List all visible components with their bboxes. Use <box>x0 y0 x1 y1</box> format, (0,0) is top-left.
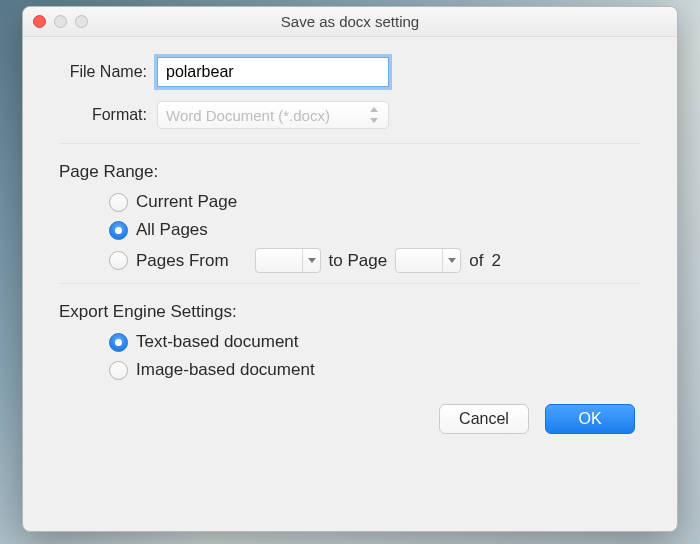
total-pages: 2 <box>491 251 500 271</box>
close-icon[interactable] <box>33 15 46 28</box>
cancel-button[interactable]: Cancel <box>439 404 529 434</box>
window-title: Save as docx setting <box>23 13 677 30</box>
radio-icon <box>109 333 128 352</box>
format-value: Word Document (*.docx) <box>166 107 330 124</box>
radio-current-page[interactable]: Current Page <box>109 192 641 212</box>
page-range-group: Current Page All Pages Pages From to Pag… <box>59 192 641 273</box>
radio-label: All Pages <box>136 220 208 240</box>
radio-label: Current Page <box>136 192 237 212</box>
window-controls <box>23 15 88 28</box>
radio-label: Text-based document <box>136 332 299 352</box>
minimize-icon <box>54 15 67 28</box>
chevron-down-icon <box>442 249 460 272</box>
radio-image-based[interactable]: Image-based document <box>109 360 641 380</box>
engine-group: Text-based document Image-based document <box>59 332 641 380</box>
dialog-window: Save as docx setting File Name: Format: … <box>22 6 678 532</box>
button-row: Cancel OK <box>59 404 641 434</box>
page-from-select[interactable] <box>255 248 321 273</box>
engine-label: Export Engine Settings: <box>59 302 641 322</box>
radio-label: Image-based document <box>136 360 315 380</box>
divider <box>59 283 641 284</box>
to-page-label: to Page <box>329 251 388 271</box>
dialog-content: File Name: Format: Word Document (*.docx… <box>23 37 677 452</box>
radio-icon <box>109 221 128 240</box>
radio-icon <box>109 193 128 212</box>
page-to-select[interactable] <box>395 248 461 273</box>
page-range-label: Page Range: <box>59 162 641 182</box>
format-select[interactable]: Word Document (*.docx) <box>157 101 389 129</box>
file-name-label: File Name: <box>59 63 157 81</box>
format-label: Format: <box>59 106 157 124</box>
radio-pages-from[interactable] <box>109 251 128 270</box>
file-name-input[interactable] <box>157 57 389 87</box>
radio-icon <box>109 361 128 380</box>
divider <box>59 143 641 144</box>
radio-all-pages[interactable]: All Pages <box>109 220 641 240</box>
titlebar: Save as docx setting <box>23 7 677 37</box>
pages-from-label: Pages From <box>136 251 229 271</box>
of-label: of <box>469 251 483 271</box>
radio-text-based[interactable]: Text-based document <box>109 332 641 352</box>
zoom-icon <box>75 15 88 28</box>
ok-button[interactable]: OK <box>545 404 635 434</box>
chevrons-icon <box>368 107 380 123</box>
chevron-down-icon <box>302 249 320 272</box>
